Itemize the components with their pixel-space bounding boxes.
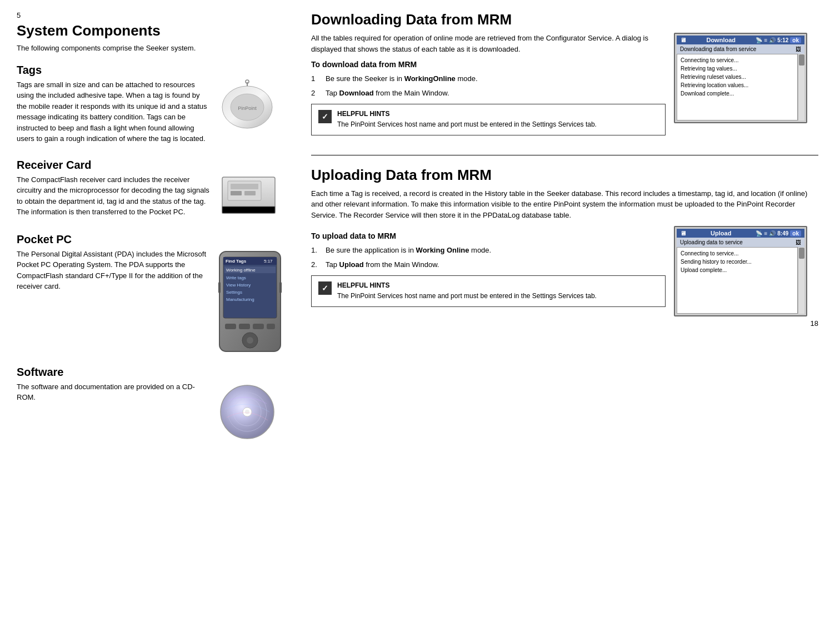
pda-illustration: Find Tags 5:17 Working offline Write tag… <box>217 249 289 356</box>
svg-rect-10 <box>244 191 256 195</box>
download-step-1: 1 Be sure the Seeker is in WorkingOnline… <box>311 73 666 84</box>
download-subtitle-text: Downloading data from service <box>680 46 756 52</box>
upload-intro: Each time a Tag is received, a record is… <box>311 188 818 221</box>
download-how-to: To download data from MRM <box>311 60 666 69</box>
volume-icon: 🔊 <box>769 37 776 43</box>
upload-how-to: To upload data to MRM <box>311 232 666 240</box>
upload-subtitle: Uploading data to service 🖼 <box>677 238 804 247</box>
upload-device-title: Upload <box>711 230 731 237</box>
antenna-icon: 📡 <box>756 37 762 43</box>
upload-hints-content: HELPFUL HINTS The PinPoint Services host… <box>337 281 597 301</box>
upload-content-area: Connecting to service... Sending history… <box>677 247 804 314</box>
scrollbar-thumb[interactable] <box>799 54 804 66</box>
download-device: 🖥 Download 📡 ≡ 🔊 5:12 ok Download <box>674 33 818 123</box>
receiver-text: The CompactFlash receiver card includes … <box>17 174 217 222</box>
upload-hints-check: ✓ <box>318 281 332 295</box>
upload-scrollbar-thumb[interactable] <box>799 248 804 259</box>
receiver-section: The CompactFlash receiver card includes … <box>17 174 289 223</box>
upload-step-1-bold: Working Online <box>416 246 469 254</box>
cd-svg <box>217 381 278 442</box>
upload-steps: 1. Be sure the application is in Working… <box>311 245 666 270</box>
page-container: 5 System Components The following compon… <box>0 0 835 644</box>
svg-rect-8 <box>231 184 258 189</box>
download-hints-check: ✓ <box>318 110 332 123</box>
ok-button[interactable]: ok <box>790 37 801 43</box>
download-step-2: 2 Tap Download from the Main Window. <box>311 88 666 99</box>
upload-content: Connecting to service... Sending history… <box>677 247 798 314</box>
upload-step-2-bold: Upload <box>339 260 364 269</box>
upload-step-2-num: 2. <box>311 259 321 270</box>
receiver-illustration <box>217 174 289 223</box>
download-steps: 1 Be sure the Seeker is in WorkingOnline… <box>311 73 666 98</box>
step-2-bold: Download <box>339 89 374 97</box>
download-row-1: Connecting to service... <box>681 56 794 64</box>
download-subtitle-icon: 🖼 <box>796 46 801 52</box>
upload-antenna-icon: 📡 <box>756 230 762 237</box>
download-intro: All the tables required for operation of… <box>311 33 666 54</box>
pocket-text: The Personal Digital Assistant (PDA) inc… <box>17 249 217 296</box>
right-column: Downloading Data from MRM All the tables… <box>306 11 818 633</box>
download-wince-device: 🖥 Download 📡 ≡ 🔊 5:12 ok Download <box>674 33 807 123</box>
step-1-bold: WorkingOnline <box>404 74 456 83</box>
svg-point-31 <box>247 337 253 344</box>
step-2-num: 2 <box>311 88 321 99</box>
svg-rect-29 <box>267 324 275 329</box>
download-scrollbar[interactable] <box>798 54 804 120</box>
svg-text:PinPoint: PinPoint <box>238 105 257 111</box>
upload-step-1: 1. Be sure the application is in Working… <box>311 245 666 256</box>
upload-ok-button[interactable]: ok <box>790 230 801 237</box>
upload-hints-title: HELPFUL HINTS <box>337 281 597 289</box>
right-page-number: 18 <box>311 319 818 328</box>
pocketpc-title: Pocket PC <box>17 233 289 246</box>
upload-volume-icon: 🔊 <box>769 230 776 237</box>
pocket-section: The Personal Digital Assistant (PDA) inc… <box>17 249 289 356</box>
upload-titlebar: 🖥 Upload 📡 ≡ 🔊 8:49 ok <box>677 229 804 238</box>
svg-text:Find Tags: Find Tags <box>226 259 247 264</box>
download-content: Connecting to service... Retrieving tag … <box>677 54 798 120</box>
tags-title: Tags <box>17 64 289 77</box>
download-row-2: Retrieving tag values... <box>681 64 794 73</box>
svg-text:Working offline: Working offline <box>226 268 256 273</box>
upload-scrollbar[interactable] <box>798 247 804 314</box>
step-1-text: Be sure the Seeker is in WorkingOnline m… <box>326 73 666 84</box>
svg-rect-6 <box>222 207 275 213</box>
upload-row-3: Upload complete... <box>681 266 794 274</box>
upload-subtitle-icon: 🖼 <box>796 239 801 245</box>
download-titlebar-icons: 📡 ≡ 🔊 5:12 ok <box>756 37 801 43</box>
svg-rect-28 <box>253 324 264 329</box>
tag-svg: PinPoint <box>217 79 278 135</box>
upload-row-2: Sending history to recorder... <box>681 258 794 266</box>
section-divider <box>311 155 818 155</box>
download-row-3: Retrieving ruleset values... <box>681 73 794 81</box>
download-hints-text: The PinPoint Services host name and port… <box>337 120 597 129</box>
upload-step-2: 2. Tap Upload from the Main Window. <box>311 259 666 270</box>
download-two-col: All the tables required for operation of… <box>311 33 818 141</box>
software-section: The software and documentation are provi… <box>17 381 289 444</box>
download-hints-content: HELPFUL HINTS The PinPoint Services host… <box>337 110 597 129</box>
svg-text:Manufacturing: Manufacturing <box>226 297 254 302</box>
download-hints-title: HELPFUL HINTS <box>337 110 597 118</box>
upload-hints-box: ✓ HELPFUL HINTS The PinPoint Services ho… <box>311 275 666 307</box>
left-page-number: 5 <box>17 11 289 19</box>
svg-text:Write tags: Write tags <box>226 275 246 280</box>
upload-hints-text: The PinPoint Services host name and port… <box>337 291 597 301</box>
step-2-text: Tap Download from the Main Window. <box>326 88 666 99</box>
left-main-title: System Components <box>17 22 289 39</box>
upload-step-1-text: Be sure the application is in Working On… <box>326 245 666 256</box>
signal-icon: ≡ <box>764 37 767 43</box>
svg-text:Settings: Settings <box>226 290 242 295</box>
pocket-body: The Personal Digital Assistant (PDA) inc… <box>17 249 211 292</box>
download-titlebar: 🖥 Download 📡 ≡ 🔊 5:12 ok <box>677 36 804 44</box>
upload-step-2-text: Tap Upload from the Main Window. <box>326 259 666 270</box>
tag-illustration: PinPoint <box>217 79 289 137</box>
upload-device-icon: 🖥 <box>680 230 686 237</box>
upload-title: Uploading Data from MRM <box>311 167 818 184</box>
download-hints-box: ✓ HELPFUL HINTS The PinPoint Services ho… <box>311 104 666 135</box>
svg-text:View History: View History <box>226 283 251 288</box>
svg-rect-33 <box>279 282 282 293</box>
svg-point-38 <box>245 410 249 414</box>
upload-text-area: To upload data to MRM 1. Be sure the app… <box>311 226 666 313</box>
upload-titlebar-icons: 📡 ≡ 🔊 8:49 ok <box>756 230 801 237</box>
left-intro: The following components comprise the Se… <box>17 43 289 54</box>
upload-section: Uploading Data from MRM Each time a Tag … <box>311 167 818 317</box>
